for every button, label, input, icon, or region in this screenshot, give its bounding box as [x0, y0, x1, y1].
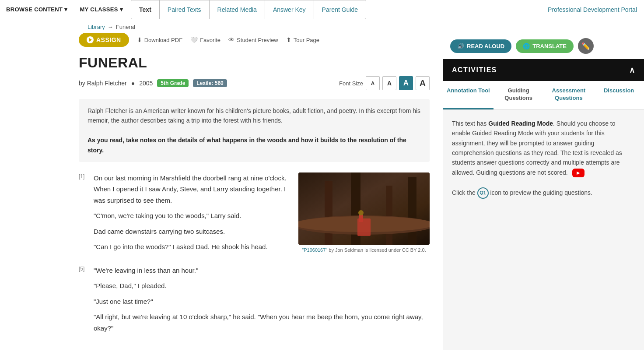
article-title: FUNERAL	[79, 55, 430, 71]
guiding-click-text: Click the Q1 icon to preview the guiding…	[452, 187, 635, 199]
article-image-block: "P1060167" by Jon Seidman is licensed un…	[298, 172, 430, 257]
download-icon: ⬇	[137, 36, 142, 43]
paragraph-2-text: "C'mon, we're taking you to the woods," …	[94, 210, 290, 222]
font-size-large-button[interactable]: A	[399, 76, 413, 90]
activity-content: This text has Guided Reading Mode. Shoul…	[443, 110, 644, 350]
youtube-icon[interactable]: ▶	[572, 169, 584, 177]
paragraph-1-num: [1]	[79, 172, 89, 257]
click-prefix: Click the	[452, 189, 477, 196]
article-author: by Ralph Fletcher	[79, 80, 127, 87]
tab-annotation-tool[interactable]: Annotation Tool	[443, 81, 494, 109]
paragraph-8-text: "All right, but we're leaving at 10 o'cl…	[94, 311, 430, 334]
intro-text: Ralph Fletcher is an American writer kno…	[88, 107, 420, 124]
paragraph-7-text: "Just one last time?"	[94, 296, 430, 307]
paragraph-5-text: "We're leaving in less than an hour."	[94, 265, 430, 276]
translate-icon: 🌐	[523, 43, 530, 49]
student-preview-action[interactable]: 👁 Student Preview	[228, 36, 278, 43]
svg-point-8	[358, 210, 364, 215]
grade-badge: 5th Grade	[157, 79, 189, 87]
tour-page-label: Tour Page	[294, 37, 319, 43]
guiding-intro: This text has	[452, 120, 488, 127]
nav-left: BROWSE CONTENT ▾ MY CLASSES ▾ Text Paire…	[0, 0, 366, 19]
paragraph-1-section: [1] On our last morning in Marshfield th…	[79, 172, 430, 257]
meta-dot: ●	[131, 80, 135, 87]
font-size-label: Font Size	[339, 80, 363, 87]
favorite-action[interactable]: 🤍 Favorite	[190, 36, 220, 43]
read-aloud-button[interactable]: 🔊 READ ALOUD	[450, 39, 511, 53]
nav-tabs: Text Paired Texts Related Media Answer K…	[131, 0, 366, 19]
my-classes-label: MY CLASSES	[80, 6, 118, 13]
tab-guiding-questions[interactable]: Guiding Questions	[494, 81, 544, 109]
article-meta: by Ralph Fletcher ● 2005 5th Grade Lexil…	[79, 76, 430, 90]
activities-title: ACTIVITIES	[452, 66, 497, 74]
assign-play-icon	[87, 36, 94, 43]
article-image	[298, 172, 430, 245]
breadcrumb: Library → Funeral	[0, 19, 644, 33]
tab-related-media[interactable]: Related Media	[210, 0, 265, 19]
browse-chevron-icon: ▾	[64, 6, 67, 13]
my-classes-button[interactable]: MY CLASSES ▾	[74, 0, 129, 19]
tab-paired-texts[interactable]: Paired Texts	[160, 0, 210, 19]
q1-preview-icon[interactable]: Q1	[477, 187, 489, 199]
download-pdf-label: Download PDF	[144, 37, 182, 43]
right-panel: 🔊 READ ALOUD 🌐 TRANSLATE ✏️ ACTIVITIES ∧…	[443, 33, 644, 350]
tab-assessment-questions[interactable]: Assessment Questions	[544, 81, 594, 109]
paragraph-5-text-col: "We're leaving in less than an hour." "P…	[94, 265, 430, 338]
tab-answer-key[interactable]: Answer Key	[265, 0, 314, 19]
paragraph-3-text: Dad came downstairs carrying two suitcas…	[94, 226, 290, 237]
favorite-label: Favorite	[200, 37, 220, 43]
image-caption-link[interactable]: "P1060167"	[302, 247, 327, 253]
font-size-medium-button[interactable]: A	[382, 76, 396, 90]
browse-content-button[interactable]: BROWSE CONTENT ▾	[0, 0, 74, 19]
assign-button[interactable]: ASSIGN	[79, 33, 129, 47]
svg-rect-1	[325, 181, 332, 245]
article-year: 2005	[139, 80, 153, 87]
guiding-bold-text: Guided Reading Mode	[488, 120, 553, 127]
breadcrumb-library[interactable]: Library	[88, 24, 105, 30]
svg-point-6	[298, 216, 430, 232]
font-size-controls: Font Size A A A A	[339, 76, 430, 90]
translate-button[interactable]: 🌐 TRANSLATE	[516, 39, 574, 53]
svg-rect-3	[386, 186, 392, 245]
pencil-icon: ✏️	[581, 42, 590, 50]
paragraph-4-text: "Can I go into the woods?" I asked Dad. …	[94, 241, 290, 253]
tour-page-icon: ⬆	[286, 36, 291, 43]
paragraph-1-text: On our last morning in Marshfield the do…	[94, 172, 290, 206]
browse-content-label: BROWSE CONTENT	[6, 6, 63, 13]
favorite-icon: 🤍	[190, 36, 198, 43]
tab-parent-guide[interactable]: Parent Guide	[314, 0, 366, 19]
content-area: ASSIGN ⬇ Download PDF 🤍 Favorite 👁 Stude…	[0, 33, 443, 350]
image-caption: "P1060167" by Jon Seidman is licensed un…	[302, 247, 426, 253]
paragraph-6-text: "Please, Dad," I pleaded.	[94, 280, 430, 292]
main-layout: ASSIGN ⬇ Download PDF 🤍 Favorite 👁 Stude…	[0, 33, 644, 350]
activities-panel: ACTIVITIES ∧ Annotation Tool Guiding Que…	[443, 59, 644, 350]
student-preview-icon: 👁	[228, 36, 234, 43]
my-classes-chevron-icon: ▾	[120, 6, 123, 13]
intro-prompt: As you read, take notes on the details o…	[88, 137, 406, 153]
tour-page-action[interactable]: ⬆ Tour Page	[286, 36, 319, 43]
tab-discussion[interactable]: Discussion	[594, 81, 644, 109]
breadcrumb-separator: →	[108, 24, 113, 30]
activities-header: ACTIVITIES ∧	[443, 59, 644, 81]
lexile-badge: Lexile: 560	[193, 79, 227, 87]
speaker-icon: 🔊	[457, 43, 464, 49]
svg-rect-4	[408, 177, 416, 245]
download-pdf-action[interactable]: ⬇ Download PDF	[137, 36, 182, 43]
read-aloud-label: READ ALOUD	[467, 43, 504, 49]
font-size-xlarge-button[interactable]: A	[416, 76, 430, 90]
pencil-button[interactable]: ✏️	[578, 38, 594, 54]
font-size-small-button[interactable]: A	[366, 76, 380, 90]
para-1-left: [1] On our last morning in Marshfield th…	[79, 172, 290, 257]
breadcrumb-current: Funeral	[116, 24, 135, 30]
assign-label: ASSIGN	[96, 36, 121, 43]
toolbar: ASSIGN ⬇ Download PDF 🤍 Favorite 👁 Stude…	[79, 33, 430, 47]
tab-text[interactable]: Text	[131, 0, 160, 19]
click-suffix: icon to preview the guiding questions.	[490, 189, 592, 196]
activities-chevron-icon[interactable]: ∧	[629, 65, 636, 75]
professional-dev-link[interactable]: Professional Development Portal	[548, 6, 644, 13]
paragraph-5-section: [5] "We're leaving in less than an hour.…	[79, 265, 430, 338]
image-caption-text: by Jon Seidman is licensed under CC BY 2…	[329, 247, 426, 253]
paragraph-1-text-col: On our last morning in Marshfield the do…	[94, 172, 290, 257]
intro-box: Ralph Fletcher is an American writer kno…	[79, 99, 430, 162]
panel-top-actions: 🔊 READ ALOUD 🌐 TRANSLATE ✏️	[443, 33, 644, 59]
